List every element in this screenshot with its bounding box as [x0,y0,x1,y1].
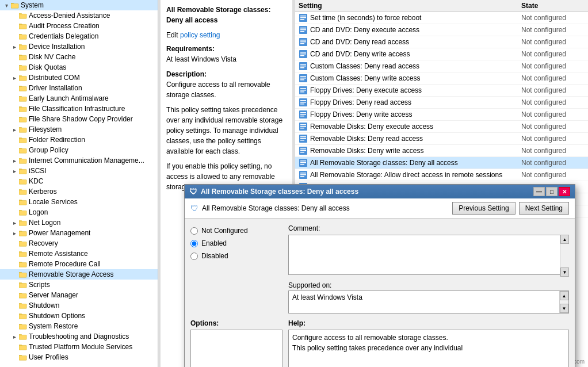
policy-row[interactable]: All Removable Storage classes: Deny all … [295,157,588,169]
radio-disabled-label: Disabled [201,252,228,260]
sidebar-item-scripts[interactable]: Scripts [0,280,158,290]
radio-not-configured-input[interactable] [190,227,198,235]
policy-row[interactable]: Removable Disks: Deny execute accessNot … [295,121,588,133]
sidebar-item-remote-assistance[interactable]: Remote Assistance [0,249,158,259]
expander-file-share-shadow [10,115,18,123]
sidebar-item-kdc[interactable]: KDC [0,176,158,186]
radio-disabled[interactable]: Disabled [190,252,282,260]
policy-row[interactable]: CD and DVD: Deny execute accessNot confi… [295,24,588,36]
sidebar-item-file-share-shadow[interactable]: File Share Shadow Copy Provider [0,114,158,124]
policy-row[interactable]: CD and DVD: Deny read accessNot configur… [295,36,588,48]
sidebar-label-credentials: Credentials Delegation [29,32,98,40]
sidebar-item-power-mgmt[interactable]: ▸ Power Management [0,228,158,238]
expander-internet-comm[interactable]: ▸ [10,156,18,165]
sidebar-item-internet-comm[interactable]: ▸ Internet Communication Manageme... [0,155,158,166]
sidebar-item-system-restore[interactable]: System Restore [0,321,158,331]
sidebar-label-server-manager: Server Manager [29,291,78,299]
sidebar-item-device-install[interactable]: ▸ Device Installation [0,41,158,52]
sidebar-item-driver-install[interactable]: Driver Installation [0,83,158,93]
policy-row[interactable]: Removable Disks: Deny write accessNot co… [295,145,588,157]
comment-textarea[interactable] [288,235,569,275]
radio-group: Not Configured Enabled Disabled [190,227,282,260]
expander-net-logon[interactable]: ▸ [10,219,18,227]
sidebar-item-remote-procedure[interactable]: Remote Procedure Call [0,259,158,269]
sidebar-item-file-classification[interactable]: File Classification Infrastructure [0,104,158,114]
supported-scroll-down[interactable]: ▼ [560,304,568,313]
sidebar-item-user-profiles[interactable]: User Profiles [0,352,158,362]
sidebar-tree[interactable]: ▾ System Access-Denied Assistance Audit … [0,0,158,367]
policy-row[interactable]: Removable Disks: Deny read accessNot con… [295,133,588,145]
radio-disabled-input[interactable] [190,253,198,260]
policy-row-name: Removable Disks: Deny execute access [310,123,521,131]
dialog-box[interactable]: 🛡 All Removable Storage classes: Deny al… [184,184,575,367]
sidebar-item-server-manager[interactable]: Server Manager [0,290,158,300]
sidebar-item-removable-storage[interactable]: Removable Storage Access [0,269,158,280]
previous-setting-button[interactable]: Previous Setting [452,202,515,215]
radio-enabled[interactable]: Enabled [190,239,282,247]
policy-row-icon [299,86,308,95]
dialog-maximize-button[interactable]: □ [546,187,558,196]
policy-row[interactable]: Floppy Drives: Deny write accessNot conf… [295,109,588,121]
expander-troubleshooting[interactable]: ▸ [10,332,18,341]
sidebar-item-disk-quotas[interactable]: Disk Quotas [0,62,158,72]
sidebar-item-folder-redirection[interactable]: Folder Redirection [0,135,158,145]
svg-rect-15 [19,159,26,163]
policy-row[interactable]: Custom Classes: Deny write accessNot con… [295,72,588,85]
policy-row[interactable]: Custom Classes: Deny read accessNot conf… [295,60,588,72]
supported-scroll-up[interactable]: ▲ [560,291,568,300]
folder-icon-disk-quotas [18,63,28,71]
next-setting-button[interactable]: Next Setting [519,202,569,215]
expander-filesystem[interactable]: ▸ [10,125,18,133]
sidebar-item-disk-nv-cache[interactable]: Disk NV Cache [0,52,158,62]
svg-rect-21 [19,221,26,225]
svg-rect-65 [300,102,306,103]
sidebar-item-audit-process[interactable]: Audit Process Creation [0,21,158,31]
expander-distributed-com[interactable]: ▸ [10,74,18,82]
expander-device-install[interactable]: ▸ [10,43,18,51]
svg-rect-81 [300,150,306,151]
sidebar-item-access-denied[interactable]: Access-Denied Assistance [0,10,158,21]
sidebar-item-kerberos[interactable]: Kerberos [0,186,158,197]
folder-icon-driver-install [18,84,28,92]
svg-rect-0 [11,3,18,8]
policy-row-icon [299,146,308,155]
sidebar-item-credentials[interactable]: Credentials Delegation [0,31,158,41]
dialog-close-button[interactable]: ✕ [559,187,570,196]
sidebar-item-net-logon[interactable]: ▸ Net Logon [0,217,158,228]
sidebar-item-filesystem[interactable]: ▸ Filesystem [0,124,158,135]
sidebar-item-iscsi[interactable]: ▸ iSCSI [0,166,158,176]
sidebar-item-distributed-com[interactable]: ▸ Distributed COM [0,72,158,83]
policy-row[interactable]: CD and DVD: Deny write accessNot configu… [295,48,588,60]
svg-rect-20 [19,211,26,215]
sidebar-item-locale-services[interactable]: Locale Services [0,197,158,207]
sidebar-item-recovery[interactable]: Recovery [0,238,158,249]
svg-rect-86 [300,164,304,165]
sidebar-item-early-launch[interactable]: Early Launch Antimalware [0,93,158,104]
sidebar-item-group-policy[interactable]: Group Policy [0,145,158,155]
sidebar-item-logon[interactable]: Logon [0,207,158,217]
svg-rect-44 [300,40,306,41]
expander-system[interactable]: ▾ [2,1,10,9]
sidebar-item-shutdown-options[interactable]: Shutdown Options [0,311,158,321]
policy-row[interactable]: Floppy Drives: Deny read accessNot confi… [295,97,588,109]
radio-enabled-input[interactable] [190,240,198,247]
policy-row[interactable]: Set time (in seconds) to force rebootNot… [295,12,588,24]
expander-iscsi[interactable]: ▸ [10,167,18,175]
policy-row[interactable]: All Removable Storage: Allow direct acce… [295,169,588,181]
radio-not-configured[interactable]: Not Configured [190,227,282,235]
sidebar-item-shutdown[interactable]: Shutdown [0,300,158,311]
sidebar-item-trusted-platform[interactable]: Trusted Platform Module Services [0,342,158,352]
policy-row[interactable]: Floppy Drives: Deny execute accessNot co… [295,85,588,97]
folder-icon-system [10,1,20,9]
policy-row-name: CD and DVD: Deny execute access [310,26,521,34]
comment-scroll-down[interactable]: ▼ [560,267,569,277]
comment-scroll-up[interactable]: ▲ [560,235,569,244]
policy-setting-link[interactable]: policy setting [180,31,220,39]
dialog-minimize-button[interactable]: — [533,187,545,196]
svg-rect-72 [300,124,306,125]
svg-rect-76 [300,136,306,137]
expander-power-mgmt[interactable]: ▸ [10,229,18,237]
sidebar-item-troubleshooting[interactable]: ▸ Troubleshooting and Diagnostics [0,331,158,342]
svg-rect-33 [19,345,26,350]
sidebar-item-system[interactable]: ▾ System [0,0,158,10]
